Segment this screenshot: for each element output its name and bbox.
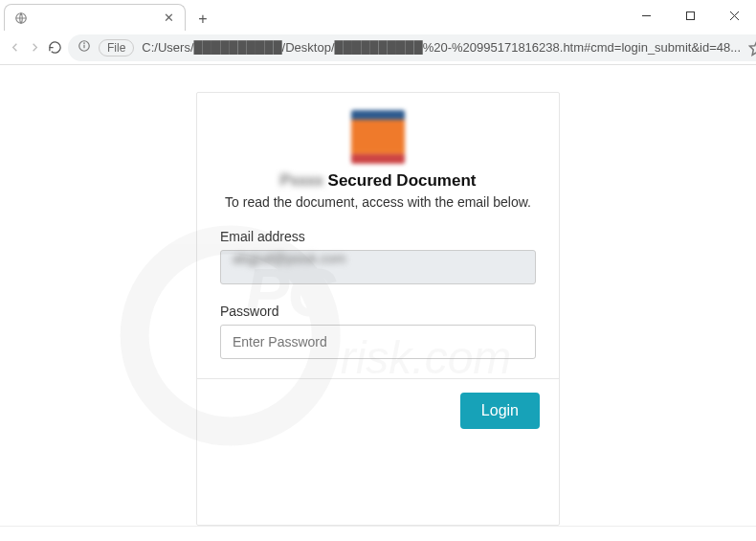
url-text: C:/Users/██████████/Desktop/██████████%2… <box>142 40 741 55</box>
bookmark-star-icon[interactable] <box>748 39 756 56</box>
email-label: Email address <box>220 229 536 244</box>
window-footer <box>0 526 756 541</box>
back-button[interactable] <box>8 36 22 59</box>
brand-logo-icon <box>351 110 405 164</box>
svg-rect-2 <box>686 11 694 19</box>
forward-button[interactable] <box>28 36 42 59</box>
password-field-group: Password <box>220 304 536 359</box>
browser-toolbar: File C:/Users/██████████/Desktop/███████… <box>0 31 756 65</box>
page-headline: Pxxxx Secured Document <box>220 171 536 191</box>
tab-strip: ✕ + <box>0 0 624 31</box>
close-tab-icon[interactable]: ✕ <box>162 11 175 25</box>
card-footer: Login <box>197 378 559 442</box>
file-origin-chip: File <box>99 39 134 56</box>
email-field[interactable]: abgjud@psisk.com <box>220 250 536 284</box>
login-card: Pxxxx Secured Document To read the docum… <box>196 92 560 526</box>
globe-icon <box>14 11 28 25</box>
email-value: abgjud@psisk.com <box>233 251 346 266</box>
file-chip-label: File <box>107 41 125 55</box>
email-field-group: Email address abgjud@psisk.com <box>220 229 536 284</box>
brand-name: Pxxxx <box>279 171 322 191</box>
maximize-button[interactable] <box>668 0 712 31</box>
window-titlebar: ✕ + <box>0 0 756 31</box>
password-field[interactable] <box>220 325 536 359</box>
svg-marker-8 <box>750 40 756 55</box>
page-viewport: PC risk.com Pxxxx Secured Document To re… <box>0 65 756 526</box>
browser-tab[interactable]: ✕ <box>4 4 186 31</box>
address-bar[interactable]: File C:/Users/██████████/Desktop/███████… <box>68 34 756 61</box>
reload-button[interactable] <box>48 36 62 59</box>
headline-main: Secured Document <box>328 171 477 190</box>
window-controls <box>624 0 756 31</box>
close-window-button[interactable] <box>712 0 756 31</box>
svg-point-7 <box>84 43 85 44</box>
login-button[interactable]: Login <box>460 393 540 429</box>
new-tab-button[interactable]: + <box>191 8 214 31</box>
page-subheadline: To read the document, access with the em… <box>220 194 536 210</box>
minimize-button[interactable] <box>624 0 668 31</box>
password-label: Password <box>220 304 536 319</box>
info-icon <box>78 39 91 56</box>
